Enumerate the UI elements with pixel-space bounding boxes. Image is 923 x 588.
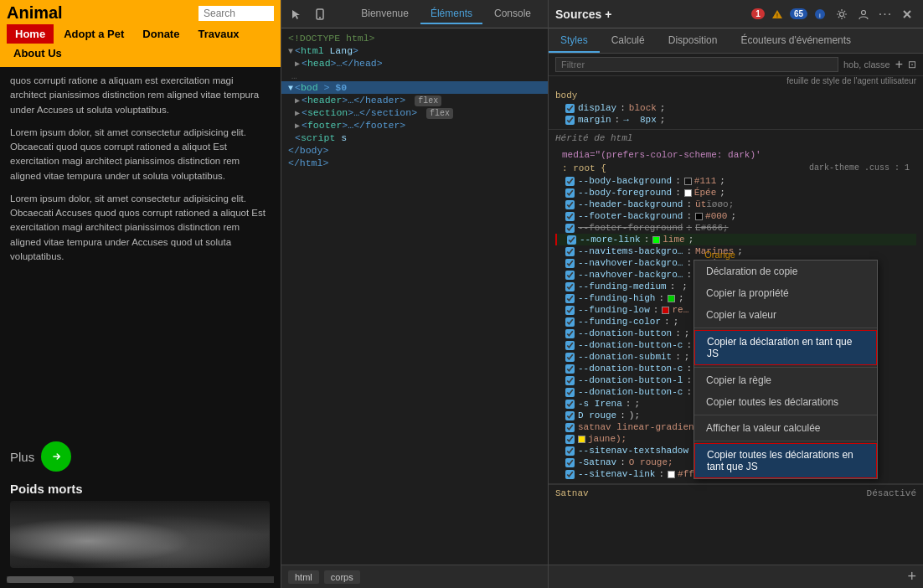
filter-input[interactable] [555, 57, 838, 72]
cb-d-rouge[interactable] [565, 411, 575, 420]
cb-sitenav-link[interactable] [565, 470, 575, 479]
tree-html-close[interactable]: </html> [281, 157, 548, 169]
tab-styles[interactable]: Styles [549, 28, 600, 53]
cb-donation-l[interactable] [565, 376, 575, 385]
cb-funding-low[interactable] [565, 306, 575, 315]
nav-adopt[interactable]: Adopt a Pet [55, 24, 132, 44]
menu-item-copy-decl-js[interactable]: Copier la déclaration en tant que JS [694, 330, 877, 365]
tree-body-selected[interactable]: ▼<bod > $0 [281, 81, 548, 94]
breadcrumb-corps[interactable]: corps [324, 570, 360, 584]
color-swatch-000[interactable] [695, 213, 703, 220]
person-icon[interactable] [854, 5, 873, 23]
tab-calcule[interactable]: Calculé [600, 28, 657, 53]
satnav-disabled-label: Désactivé [867, 488, 916, 498]
cursor-icon[interactable] [288, 6, 305, 23]
mobile-icon[interactable] [312, 6, 328, 23]
cb-donation-btn-c[interactable] [565, 341, 575, 350]
cb-footer-bg[interactable] [565, 212, 575, 221]
nav-about[interactable]: About Us [13, 47, 62, 59]
media-label: media="(prefers-color-scheme: dark)' [555, 148, 916, 162]
cb-satnav-grad[interactable] [565, 423, 575, 432]
add-style-rule-button[interactable]: + [895, 57, 903, 72]
tree-body-close[interactable]: </body> [281, 144, 548, 157]
menu-item-copy-value[interactable]: Copier la valeur [694, 304, 877, 326]
style-checkbox-margin[interactable] [565, 116, 575, 125]
var-footer-bg: --footer-background : #000 ; [555, 210, 916, 222]
tab-disposition[interactable]: Disposition [657, 28, 730, 53]
color-swatch-green[interactable] [668, 295, 675, 302]
cb-donation-submit[interactable] [565, 353, 575, 362]
cb-sitenav-shadow[interactable] [565, 446, 575, 456]
nav-home[interactable]: Home [7, 24, 54, 44]
nav-travaux[interactable]: Travaux [189, 24, 247, 44]
warning-icon[interactable]: ! [768, 5, 786, 23]
info-icon[interactable]: i [811, 5, 829, 23]
menu-item-copy-declaration[interactable]: Déclaration de copie [694, 260, 877, 282]
plus-button[interactable] [41, 441, 71, 472]
breadcrumb-html[interactable]: html [288, 570, 319, 584]
tab-console[interactable]: Console [484, 4, 541, 24]
cb-body-fg[interactable] [565, 188, 575, 198]
devtools-elements-panel: Bienvenue Éléments Console <!DOCTYPE htm… [281, 0, 549, 588]
more-icon[interactable]: ··· [876, 5, 895, 23]
menu-separator-1 [694, 328, 877, 328]
tree-doctype[interactable]: <!DOCTYPE html> [281, 32, 548, 44]
tree-header[interactable]: ▶<header>…</header> flex [281, 94, 548, 106]
cb-navhover-2[interactable] [565, 271, 575, 280]
tree-html[interactable]: ▼<html Lang> [281, 44, 548, 57]
cb-donation-c2[interactable] [565, 364, 575, 374]
settings-icon[interactable] [833, 5, 851, 23]
body-selector: body [555, 90, 916, 101]
cb-funding-color[interactable] [565, 317, 575, 327]
add-rule-button[interactable]: + [907, 568, 916, 585]
cb-navhover-1[interactable] [565, 259, 575, 268]
cb-footer-fg[interactable] [565, 224, 575, 233]
website-preview: Animal Home Adopt a Pet Donate Travaux A… [0, 0, 281, 588]
agent-stylesheet-note: feuille de style de l'agent utilisateur [549, 76, 923, 87]
menu-item-copy-property[interactable]: Copier la propriété [694, 282, 877, 304]
color-swatch-white[interactable] [668, 471, 675, 478]
color-swatch-lime[interactable] [652, 236, 660, 244]
svg-point-8 [862, 10, 866, 14]
cb-funding-med[interactable] [565, 282, 575, 291]
satnav-label: Satnav [555, 488, 589, 498]
cb-donation-btn[interactable] [565, 329, 575, 338]
cb-more-link[interactable] [567, 235, 576, 245]
menu-item-show-computed[interactable]: Afficher la valeur calculée [694, 417, 877, 439]
filter-hint: hob, classe [843, 59, 890, 70]
tab-elements[interactable]: Éléments [420, 4, 482, 24]
menu-item-copy-all-decls-js[interactable]: Copier toutes les déclarations en tant q… [694, 443, 877, 478]
color-swatch-red[interactable] [662, 307, 669, 314]
color-swatch-epee[interactable] [684, 189, 692, 197]
cb-funding-high[interactable] [565, 294, 575, 303]
site-search-input[interactable] [199, 6, 274, 21]
cb-donation-c3[interactable] [565, 388, 575, 397]
info-count-badge: 65 [790, 8, 807, 19]
poids-image [10, 501, 270, 568]
cb-jaune[interactable] [565, 435, 575, 444]
menu-item-copy-all-decls[interactable]: Copier toutes les déclarations [694, 391, 877, 413]
devtools-breadcrumb: html corps [281, 565, 548, 588]
tab-ecouteurs[interactable]: Écouteurs d'événements [729, 28, 863, 53]
cb-navitems-bg[interactable] [565, 247, 575, 256]
expand-pane-button[interactable]: ⊡ [908, 59, 916, 70]
content-p2: Lorem ipsum dolor, sit amet consectetur … [10, 126, 271, 183]
tree-footer[interactable]: ▶<footer>…</footer> [281, 119, 548, 132]
color-swatch-yellow[interactable] [578, 436, 585, 443]
cb-s-irena[interactable] [565, 400, 575, 409]
tab-bienvenue[interactable]: Bienvenue [351, 4, 419, 24]
style-checkbox-display[interactable] [565, 104, 575, 113]
horizontal-scrollbar[interactable] [7, 576, 274, 583]
cb-body-bg[interactable] [565, 177, 575, 186]
styles-tab-bar: Styles Calculé Disposition Écouteurs d'é… [549, 28, 923, 54]
cb-satnav[interactable] [565, 458, 575, 467]
tree-section[interactable]: ▶<section>…</section> flex [281, 106, 548, 119]
nav-donate[interactable]: Donate [134, 24, 188, 44]
color-swatch-111[interactable] [684, 178, 692, 185]
menu-item-copy-rule[interactable]: Copier la règle [694, 369, 877, 391]
tree-script[interactable]: <script s [281, 132, 548, 144]
cb-header-bg[interactable] [565, 200, 575, 209]
tree-head[interactable]: ▶<head>…</head> [281, 57, 548, 70]
close-icon[interactable] [898, 5, 916, 23]
body-style-section: body display : block ; margin : → 8px ; [549, 87, 923, 130]
